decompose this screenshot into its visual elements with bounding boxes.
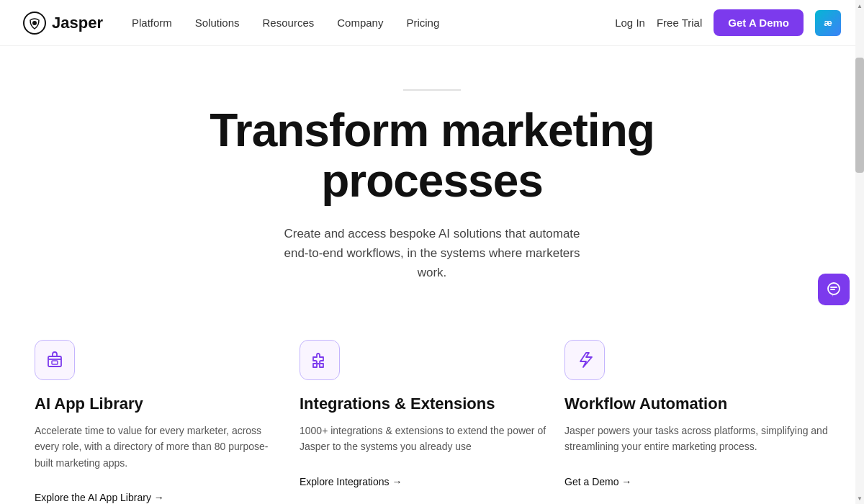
feature-title-workflow: Workflow Automation	[564, 395, 829, 413]
lightning-icon	[575, 350, 595, 370]
nav-links: Platform Solutions Resources Company Pri…	[132, 17, 439, 30]
feature-title-ai-app-library: AI App Library	[35, 395, 282, 413]
feature-integrations: Integrations & Extensions 1000+ integrat…	[300, 340, 564, 504]
free-trial-button[interactable]: Free Trial	[657, 17, 702, 29]
explore-integrations-link[interactable]: Explore Integrations →	[300, 476, 402, 487]
svg-rect-2	[48, 356, 61, 366]
logo-text: Jasper	[52, 14, 103, 32]
nav-item-resources[interactable]: Resources	[263, 17, 315, 30]
integrations-icon-box	[300, 340, 340, 380]
get-demo-link[interactable]: Get a Demo →	[564, 476, 631, 487]
navbar-right: Log In Free Trial Get A Demo æ	[615, 9, 841, 36]
nav-item-company[interactable]: Company	[337, 17, 383, 30]
workflow-icon-box	[564, 340, 605, 380]
scrollbar-arrow-up[interactable]: ▲	[855, 0, 864, 12]
feature-workflow: Workflow Automation Jasper powers your t…	[564, 340, 829, 504]
nav-item-pricing[interactable]: Pricing	[406, 17, 439, 30]
box-icon	[45, 350, 65, 370]
hero-title: Transform marketing processes	[14, 105, 850, 207]
ai-app-library-icon-box	[35, 340, 75, 380]
login-button[interactable]: Log In	[615, 17, 645, 29]
feature-desc-workflow: Jasper powers your tasks across platform…	[564, 423, 829, 455]
svg-rect-3	[52, 361, 58, 364]
navbar-left: Jasper Platform Solutions Resources Comp…	[23, 12, 439, 35]
feature-ai-app-library: AI App Library Accelerate time to value …	[35, 340, 300, 504]
hero-subtitle: Create and access bespoke AI solutions t…	[274, 224, 590, 283]
features-section: AI App Library Accelerate time to value …	[0, 311, 864, 504]
nav-item-platform[interactable]: Platform	[132, 17, 172, 30]
logo[interactable]: Jasper	[23, 12, 103, 35]
feature-title-integrations: Integrations & Extensions	[300, 395, 547, 413]
puzzle-icon	[310, 350, 330, 370]
feature-desc-integrations: 1000+ integrations & extensions to exten…	[300, 423, 547, 455]
scrollbar-thumb[interactable]	[855, 58, 864, 173]
scrollbar[interactable]: ▲ ▼	[855, 0, 864, 504]
svg-point-1	[32, 21, 37, 25]
jasper-logo-icon	[23, 12, 46, 35]
avatar[interactable]: æ	[815, 10, 841, 36]
explore-ai-app-library-link[interactable]: Explore the AI App Library →	[35, 492, 164, 503]
feature-desc-ai-app-library: Accelerate time to value for every marke…	[35, 423, 282, 471]
get-demo-button[interactable]: Get A Demo	[714, 9, 804, 36]
chat-button[interactable]	[818, 274, 850, 305]
navbar: Jasper Platform Solutions Resources Comp…	[0, 0, 864, 46]
hero-divider	[403, 89, 461, 91]
hero-section: Transform marketing processes Create and…	[0, 46, 864, 311]
chat-icon	[826, 282, 842, 297]
nav-item-solutions[interactable]: Solutions	[195, 17, 240, 30]
scrollbar-arrow-down[interactable]: ▼	[855, 492, 864, 504]
svg-point-4	[828, 283, 840, 294]
